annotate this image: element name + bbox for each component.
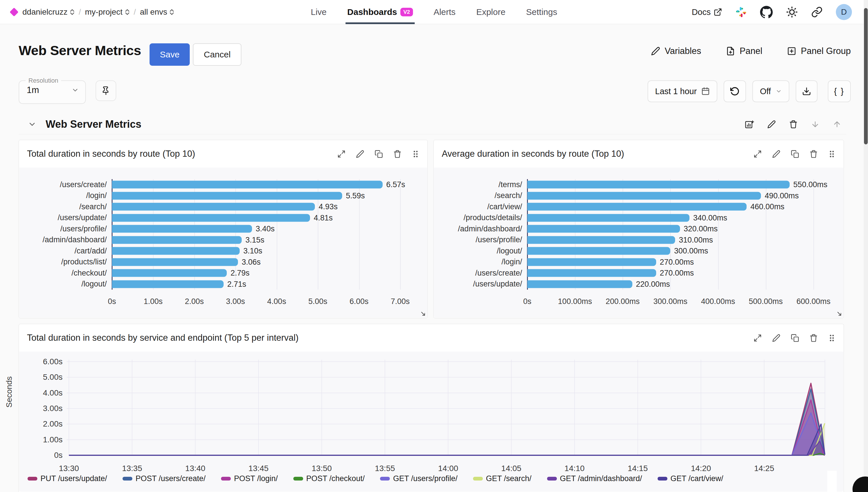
bar[interactable] [112,203,315,211]
value-label: 270.00ms [660,257,694,266]
bar[interactable] [527,269,656,277]
pin-resolution-button[interactable] [96,80,116,101]
breadcrumb-env-selector[interactable]: all envs [140,7,174,17]
user-avatar[interactable]: D [836,4,852,20]
bar[interactable] [527,225,680,233]
legend-item[interactable]: POST /login/ [221,474,278,483]
delete-section-icon[interactable] [789,120,798,129]
scrollbar-thumb[interactable] [864,8,868,144]
bar[interactable] [527,247,670,255]
breadcrumb-project-selector[interactable]: my-project [85,7,130,17]
bar[interactable] [112,181,382,189]
category-label: /checkout/ [26,269,112,277]
legend-swatch-icon [473,477,483,481]
legend-item[interactable]: GET /cart/view/ [658,474,723,483]
x-tick-label: 0s [108,297,116,306]
edit-panel-icon[interactable] [772,334,780,342]
tab-explore[interactable]: Explore [476,0,505,24]
refresh-button[interactable] [724,80,746,102]
slack-icon[interactable] [736,6,747,18]
tab-live[interactable]: Live [311,0,327,24]
legend-item[interactable]: GET /admin/dashboard/ [547,474,642,483]
bar[interactable] [112,247,240,255]
breadcrumb-separator: / [79,7,81,17]
bar[interactable] [112,214,310,222]
delete-panel-icon[interactable] [810,150,818,158]
bar[interactable] [527,192,761,199]
refresh-icon [730,87,740,96]
add-panel-group-button[interactable]: Panel Group [787,46,851,56]
legend-item[interactable]: POST /checkout/ [293,474,365,483]
github-icon[interactable] [760,6,773,18]
legend-item[interactable]: PUT /users/update/ [28,474,107,483]
docs-link[interactable]: Docs [692,7,722,17]
duplicate-panel-icon[interactable] [791,334,799,342]
breadcrumb-org-selector[interactable]: ddanielcruzz [22,7,75,17]
bar[interactable] [527,181,790,189]
bar[interactable] [112,225,252,233]
edit-panel-icon[interactable] [356,150,364,158]
edit-panel-icon[interactable] [772,150,780,158]
tab-settings[interactable]: Settings [526,0,557,24]
edit-section-icon[interactable] [767,120,776,129]
add-panel-button[interactable]: Panel [726,46,762,56]
resize-handle-icon[interactable] [420,311,426,317]
chart-legend: PUT /users/update/POST /users/create/POS… [28,474,723,483]
time-range-picker[interactable]: Last 1 hour [648,80,717,102]
bar[interactable] [112,269,227,277]
resize-handle-icon[interactable] [836,311,842,317]
bar[interactable] [112,258,238,266]
expand-panel-icon[interactable] [337,150,346,158]
move-section-down-icon[interactable] [811,120,819,129]
cancel-button[interactable]: Cancel [193,43,241,66]
legend-label: POST /users/create/ [135,474,205,483]
delete-panel-icon[interactable] [810,334,818,342]
calendar-icon [701,87,710,96]
add-chart-icon[interactable] [745,120,754,129]
variables-button[interactable]: Variables [651,46,701,56]
y-tick-label: 4.00s [25,388,63,398]
link-icon[interactable] [811,6,823,18]
series-line [69,441,825,455]
sun-icon[interactable] [786,6,798,18]
collapse-chevron-icon[interactable] [28,120,36,129]
expand-panel-icon[interactable] [753,334,762,342]
legend-label: GET /users/profile/ [393,474,457,483]
bar[interactable] [112,192,342,199]
bar[interactable] [527,258,656,266]
tab-alerts[interactable]: Alerts [433,0,455,24]
category-label: /users/update/ [26,213,112,222]
drag-handle-icon[interactable] [828,334,836,342]
download-button[interactable] [796,80,817,102]
value-label: 270.00ms [660,269,694,277]
v2-badge: V2 [400,8,413,16]
main-nav-tabs: Live Dashboards V2 Alerts Explore Settin… [311,0,557,24]
series-area [69,413,825,455]
tab-dashboards[interactable]: Dashboards V2 [347,0,413,24]
bar[interactable] [527,236,675,244]
bar[interactable] [527,203,747,211]
drag-handle-icon[interactable] [828,150,836,158]
legend-item[interactable]: GET /search/ [473,474,531,483]
bar[interactable] [112,236,242,244]
bar[interactable] [527,280,633,288]
legend-item[interactable]: GET /users/profile/ [380,474,457,483]
expand-panel-icon[interactable] [753,150,762,158]
bar[interactable] [527,214,690,222]
move-section-up-icon[interactable] [833,120,841,129]
chevron-down-icon [775,88,782,94]
value-label: 460.00ms [750,202,785,211]
auto-refresh-select[interactable]: Off [752,80,789,102]
json-view-button[interactable]: { } [828,80,851,102]
legend-label: GET /cart/view/ [671,474,723,483]
drag-handle-icon[interactable] [412,150,419,158]
duplicate-panel-icon[interactable] [791,150,799,158]
bar-row: /login/5.59s [26,190,420,201]
legend-item[interactable]: POST /users/create/ [123,474,205,483]
delete-panel-icon[interactable] [393,150,402,158]
resolution-select[interactable]: Resolution 1m [19,77,86,104]
bar[interactable] [112,280,224,288]
page-scrollbar[interactable] [864,0,868,492]
duplicate-panel-icon[interactable] [375,150,383,158]
save-button[interactable]: Save [150,43,190,66]
